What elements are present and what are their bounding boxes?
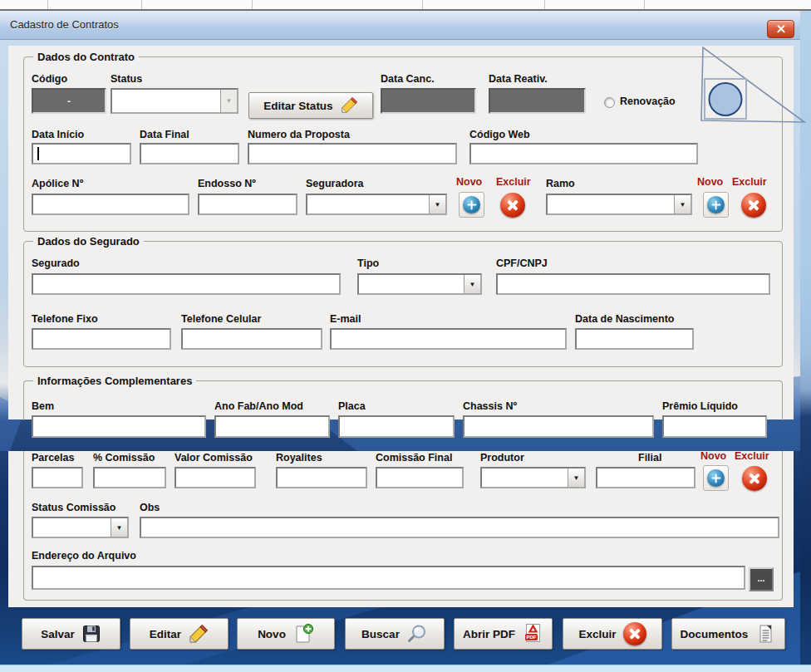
status-label: Status	[111, 73, 142, 85]
telefone-fixo-label: Telefone Fixo	[32, 313, 98, 325]
pdf-icon: PDF	[522, 623, 543, 645]
filial-excluir-button[interactable]	[742, 466, 767, 491]
parcelas-input[interactable]	[32, 467, 83, 488]
delete-sphere-icon	[623, 622, 646, 645]
ramo-combobox[interactable]: ▼	[546, 194, 692, 215]
obs-input[interactable]	[140, 517, 779, 538]
filial-novo-button[interactable]	[703, 465, 729, 491]
comissao-final-label: Comissão Final	[376, 452, 452, 464]
seguradora-novo-label: Novo	[456, 176, 482, 188]
status-combobox[interactable]: ▼	[111, 88, 238, 114]
group-title-dados-segurado: Dados do Segurado	[33, 235, 144, 248]
ano-fab-input[interactable]	[214, 415, 330, 438]
magnifier-icon	[406, 623, 428, 645]
filial-excluir-label: Excluir	[735, 450, 769, 462]
bem-input[interactable]	[32, 415, 206, 438]
segurado-input[interactable]	[32, 273, 341, 295]
documentos-button[interactable]: Documentos	[671, 618, 785, 650]
seguradora-excluir-label: Excluir	[496, 176, 531, 188]
chevron-down-icon: ▼	[568, 468, 584, 487]
codigo-field: -	[32, 88, 106, 114]
telefone-celular-input[interactable]	[181, 328, 322, 350]
screen: Cadastro de Contratos Dados do Contrato …	[0, 0, 811, 672]
svg-text:PDF: PDF	[527, 635, 537, 640]
filial-input[interactable]	[596, 467, 695, 488]
ano-fab-label: Ano Fab/Ano Mod	[214, 400, 303, 412]
apolice-input[interactable]	[32, 194, 189, 215]
novo-button[interactable]: Novo	[237, 618, 335, 650]
data-reativ-field	[489, 88, 586, 114]
chevron-down-icon: ▼	[674, 195, 691, 213]
status-comissao-label: Status Comissão	[32, 502, 116, 513]
group-title-dados-contrato: Dados do Contrato	[33, 51, 139, 63]
ramo-novo-button[interactable]	[703, 192, 729, 218]
data-final-label: Data Final	[140, 129, 189, 140]
floppy-icon	[81, 624, 101, 644]
seguradora-novo-button[interactable]	[459, 192, 484, 218]
grid-divider	[422, 0, 423, 9]
close-button[interactable]	[767, 20, 794, 38]
premio-liquido-label: Prêmio Líquido	[662, 400, 738, 412]
seguradora-combobox[interactable]: ▼	[306, 194, 447, 215]
codigo-web-input[interactable]	[469, 143, 698, 164]
add-icon	[463, 196, 480, 213]
browse-file-button[interactable]: ...	[749, 567, 774, 591]
endereco-arquivo-input[interactable]	[32, 566, 745, 590]
royalites-input[interactable]	[276, 467, 367, 488]
excluir-label: Excluir	[578, 628, 616, 640]
editar-status-label: Editar Status	[263, 100, 332, 112]
buscar-button[interactable]: Buscar	[345, 618, 445, 650]
email-input[interactable]	[330, 328, 567, 350]
data-canc-label: Data Canc.	[381, 73, 435, 85]
pencil-icon	[188, 624, 209, 645]
renovacao-radio[interactable]	[604, 97, 615, 108]
status-comissao-combobox[interactable]: ▼	[32, 517, 129, 538]
cpf-cnpj-label: CPF/CNPJ	[496, 258, 548, 269]
valor-comissao-label: Valor Comissão	[174, 452, 253, 464]
premio-liquido-input[interactable]	[662, 415, 767, 438]
seguradora-label: Seguradora	[306, 178, 363, 189]
excluir-button[interactable]: Excluir	[563, 618, 662, 650]
chevron-down-icon: ▼	[464, 275, 480, 293]
group-title-informacoes-complementares: Informações Complementares	[33, 375, 196, 387]
chassis-input[interactable]	[463, 415, 654, 438]
produtor-combobox[interactable]: ▼	[480, 467, 586, 488]
chevron-down-icon: ▼	[220, 90, 237, 112]
novo-label: Novo	[258, 628, 286, 640]
documentos-label: Documentos	[681, 628, 749, 640]
window-titlebar[interactable]: Cadastro de Contratos	[0, 11, 800, 40]
comissao-final-input[interactable]	[376, 467, 464, 488]
editar-status-button[interactable]: Editar Status	[248, 92, 373, 119]
ramo-novo-label: Novo	[697, 176, 723, 188]
abrir-pdf-button[interactable]: Abrir PDF PDF	[454, 618, 553, 650]
produtor-label: Produtor	[480, 452, 524, 464]
pct-comissao-input[interactable]	[93, 467, 166, 488]
data-inicio-label: Data Início	[32, 129, 84, 140]
placa-label: Placa	[338, 400, 366, 412]
obs-label: Obs	[140, 502, 160, 513]
data-nascimento-label: Data de Nascimento	[575, 313, 674, 325]
data-nascimento-input[interactable]	[575, 328, 694, 350]
tipo-combobox[interactable]: ▼	[357, 273, 482, 295]
placa-input[interactable]	[338, 415, 455, 438]
royalites-label: Royalites	[276, 452, 322, 464]
telefone-celular-label: Telefone Celular	[181, 313, 261, 325]
codigo-web-label: Código Web	[469, 129, 530, 140]
salvar-button[interactable]: Salvar	[22, 618, 120, 650]
ramo-excluir-button[interactable]	[741, 193, 766, 218]
seguradora-excluir-button[interactable]	[500, 193, 525, 218]
segurado-label: Segurado	[32, 258, 80, 269]
bottom-taskbar-strip	[0, 665, 811, 672]
parcelas-label: Parcelas	[32, 452, 74, 464]
editar-button[interactable]: Editar	[130, 618, 229, 650]
buscar-label: Buscar	[361, 628, 400, 640]
numero-proposta-input[interactable]	[248, 143, 457, 164]
cpf-cnpj-input[interactable]	[496, 273, 770, 295]
data-inicio-input[interactable]	[32, 143, 131, 164]
data-final-input[interactable]	[140, 143, 239, 164]
telefone-fixo-input[interactable]	[32, 328, 171, 350]
valor-comissao-input[interactable]	[174, 467, 256, 488]
documents-icon	[754, 623, 776, 645]
numero-proposta-label: Numero da Proposta	[248, 129, 350, 140]
endosso-input[interactable]	[198, 194, 297, 215]
